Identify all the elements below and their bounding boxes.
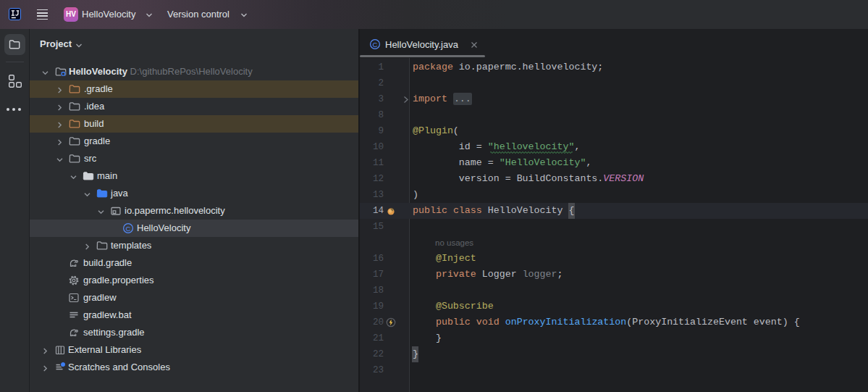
svg-text:C: C bbox=[126, 225, 131, 233]
svg-text:C: C bbox=[373, 41, 378, 49]
